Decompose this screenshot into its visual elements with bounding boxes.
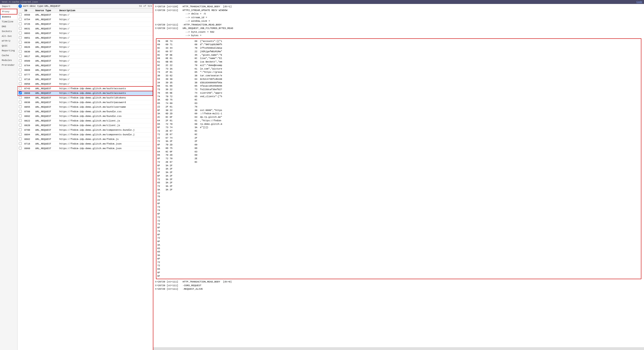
- table-row[interactable]: 8716URL_REQUESThttps:/: [18, 77, 153, 82]
- row-checkbox[interactable]: [19, 68, 22, 71]
- row-checkbox[interactable]: [19, 128, 22, 131]
- table-row[interactable]: 8631URL_REQUESThttps:/: [18, 27, 153, 31]
- cell-source-type: URL_REQUEST: [34, 109, 58, 114]
- table-row[interactable]: 8682URL_REQUESThttps://fedcm-idp-demo.gl…: [18, 137, 153, 142]
- table-row[interactable]: 8830URL_REQUESThttps:/: [18, 50, 153, 54]
- table-row[interactable]: 8926URL_REQUESThttps:/: [18, 45, 153, 50]
- table-row[interactable]: 8788URL_REQUESThttps://fedcm-idp-demo.gl…: [18, 109, 153, 114]
- cell-id: 8822: [23, 119, 34, 123]
- events-table[interactable]: ID Source Type Description 8568URL_REQUE…: [18, 9, 153, 350]
- detail-line: --> delta = -5: [155, 12, 642, 16]
- col-header-source: Source Type: [34, 9, 58, 13]
- table-row[interactable]: 8960URL_REQUESThttps://fedcm-idp-demo.gl…: [18, 146, 153, 151]
- table-row[interactable]: 8894URL_REQUESThttps://fedcm-idp-demo.gl…: [18, 132, 153, 137]
- detail-line: t=28720 [st=111] HTTP2_STREAM_UPDATE REC…: [155, 9, 642, 12]
- row-checkbox[interactable]: [19, 32, 22, 35]
- row-checkbox[interactable]: [19, 87, 22, 90]
- cell-source-type: URL_REQUEST: [34, 100, 58, 105]
- code-link[interactable]: Code: [636, 1, 642, 3]
- row-checkbox[interactable]: [19, 96, 22, 99]
- sidebar-item-cache[interactable]: Cache: [0, 53, 17, 58]
- row-checkbox[interactable]: [19, 22, 22, 25]
- col-header-id: ID: [23, 9, 34, 13]
- row-checkbox[interactable]: [19, 36, 22, 39]
- table-row[interactable]: 8764URL_REQUESThttps:/: [18, 63, 153, 68]
- hex-header-line: t=28720 [st=111] URL_REQUEST_JOB_FILTERE…: [155, 27, 642, 30]
- table-row[interactable]: 8869URL_REQUESThttps:/: [18, 68, 153, 73]
- sidebar-item-events[interactable]: Events: [0, 15, 17, 19]
- row-checkbox[interactable]: [19, 27, 22, 30]
- filter-input[interactable]: [23, 5, 138, 8]
- table-row[interactable]: 8754URL_REQUESThttps:/: [18, 17, 153, 22]
- row-checkbox[interactable]: [19, 73, 22, 76]
- table-row[interactable]: 8938URL_REQUESThttps://fedcm-idp-demo.gl…: [18, 100, 153, 105]
- bottom-lines-container: t=28720 [st=111] HTTP_TRANSACTION_READ_B…: [155, 280, 642, 291]
- cell-source-type: URL_REQUEST: [34, 27, 58, 31]
- row-checkbox[interactable]: [19, 114, 22, 117]
- sidebar-item-alt-svc[interactable]: Alt-Svc: [0, 34, 17, 39]
- help-button[interactable]: ?: [18, 5, 22, 8]
- row-checkbox[interactable]: [19, 41, 22, 44]
- cell-id: 8920: [23, 123, 34, 128]
- row-checkbox[interactable]: [19, 133, 22, 136]
- table-row[interactable]: 8718URL_REQUESThttps://fedcm-idp-demo.gl…: [18, 142, 153, 146]
- row-checkbox[interactable]: [19, 110, 22, 113]
- row-checkbox[interactable]: [19, 137, 22, 140]
- cell-source-type: URL_REQUEST: [34, 86, 58, 91]
- table-row[interactable]: 8726URL_REQUESThttps:/: [18, 22, 153, 27]
- table-row[interactable]: 8790URL_REQUESThttps://fedcm-idp-demo.gl…: [18, 128, 153, 132]
- sidebar-item-http2[interactable]: HTTP/2: [0, 39, 17, 43]
- row-checkbox[interactable]: [19, 59, 22, 62]
- table-row[interactable]: 8851URL_REQUESThttps:/: [18, 36, 153, 40]
- cell-id: 8968: [23, 91, 34, 96]
- table-row[interactable]: 8892URL_REQUESThttps://fedcm-idp-demo.gl…: [18, 114, 153, 119]
- table-row[interactable]: 8939URL_REQUESThttps:/: [18, 40, 153, 45]
- sidebar-item-sockets[interactable]: Sockets: [0, 29, 17, 34]
- cell-source-type: URL_REQUEST: [34, 59, 58, 63]
- row-checkbox[interactable]: [19, 147, 22, 149]
- hex-header: t=28720 [st=111] URL_REQUEST_JOB_FILTERE…: [155, 27, 642, 38]
- cell-description: https://fedcm-idp-demo.glitch.me/fedcm.j…: [58, 137, 153, 142]
- table-row[interactable]: 8589URL_REQUESThttps:/: [18, 59, 153, 63]
- table-row[interactable]: 8568URL_REQUESThttps:/: [18, 13, 153, 17]
- table-row[interactable]: 8777URL_REQUESThttps:/: [18, 73, 153, 77]
- table-row[interactable]: 8984URL_REQUESThttps://fedcm-idp-demo.gl…: [18, 96, 153, 100]
- row-checkbox[interactable]: [19, 82, 22, 85]
- sidebar-item-reporting[interactable]: Reporting: [0, 48, 17, 53]
- cell-id: 8892: [23, 114, 34, 119]
- sidebar-item-proxy[interactable]: Proxy: [0, 9, 17, 15]
- row-checkbox[interactable]: [19, 78, 22, 80]
- sidebar-item-modules[interactable]: Modules: [0, 58, 17, 63]
- table-row[interactable]: 8822URL_REQUESThttps://fedcm-idp-demo.gl…: [18, 119, 153, 123]
- cell-id: 8894: [23, 132, 34, 137]
- row-checkbox[interactable]: [19, 18, 22, 21]
- sidebar-item-quic[interactable]: QUIC: [0, 43, 17, 48]
- row-checkbox[interactable]: [19, 55, 22, 57]
- sidebar-item-prerender[interactable]: Prerender: [0, 63, 17, 68]
- row-checkbox[interactable]: [19, 124, 22, 126]
- row-checkbox[interactable]: [19, 101, 22, 103]
- horizontal-scrollbar[interactable]: [153, 347, 644, 350]
- cell-id: 8682: [23, 137, 34, 142]
- row-checkbox[interactable]: [19, 105, 22, 108]
- table-row[interactable]: 8855URL_REQUESThttps://fedcm-idp-demo.gl…: [18, 105, 153, 109]
- row-checkbox[interactable]: [19, 142, 22, 145]
- row-checkbox[interactable]: [19, 45, 22, 48]
- row-checkbox[interactable]: [19, 91, 22, 94]
- cell-id: 8939: [23, 40, 34, 45]
- table-row[interactable]: 8617URL_REQUESThttps:/: [18, 54, 153, 59]
- detail-content[interactable]: t=28719 [st=110] HTTP_TRANSACTION_READ_B…: [153, 4, 644, 347]
- row-checkbox[interactable]: [19, 64, 22, 67]
- table-row[interactable]: 8958URL_REQUESThttps:/: [18, 82, 153, 86]
- sidebar-item-timeline[interactable]: Timeline: [0, 19, 17, 24]
- row-checkbox[interactable]: [19, 119, 22, 122]
- table-row[interactable]: 8968URL_REQUESThttps://fedcm-idp-demo.gl…: [18, 91, 153, 96]
- row-checkbox[interactable]: [19, 13, 22, 16]
- cell-description: https://fedcm-idp-demo.glitch.me/auth/ac…: [58, 91, 153, 96]
- row-checkbox[interactable]: [19, 50, 22, 53]
- table-row[interactable]: 8743URL_REQUESThttps://fedcm-idp-demo.gl…: [18, 86, 153, 91]
- sidebar-item-dns[interactable]: DNS: [0, 24, 17, 29]
- table-row[interactable]: 8893URL_REQUESThttps:/: [18, 31, 153, 36]
- table-row[interactable]: 8920URL_REQUESThttps://fedcm-idp-demo.gl…: [18, 123, 153, 128]
- sidebar-item-import[interactable]: Import: [0, 4, 17, 9]
